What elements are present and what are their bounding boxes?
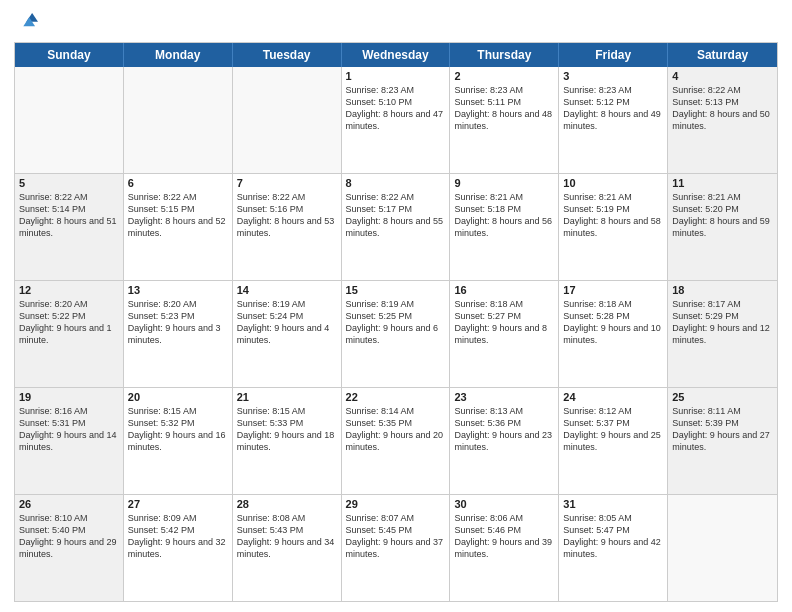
day-number: 5 <box>19 177 119 189</box>
day-number: 26 <box>19 498 119 510</box>
day-number: 24 <box>563 391 663 403</box>
day-number: 22 <box>346 391 446 403</box>
day-number: 27 <box>128 498 228 510</box>
calendar-cell: 23Sunrise: 8:13 AM Sunset: 5:36 PM Dayli… <box>450 388 559 494</box>
cell-text: Sunrise: 8:13 AM Sunset: 5:36 PM Dayligh… <box>454 405 554 454</box>
cell-text: Sunrise: 8:23 AM Sunset: 5:10 PM Dayligh… <box>346 84 446 133</box>
calendar-cell: 4Sunrise: 8:22 AM Sunset: 5:13 PM Daylig… <box>668 67 777 173</box>
calendar-cell: 5Sunrise: 8:22 AM Sunset: 5:14 PM Daylig… <box>15 174 124 280</box>
calendar-cell: 25Sunrise: 8:11 AM Sunset: 5:39 PM Dayli… <box>668 388 777 494</box>
calendar-cell: 10Sunrise: 8:21 AM Sunset: 5:19 PM Dayli… <box>559 174 668 280</box>
cell-text: Sunrise: 8:15 AM Sunset: 5:32 PM Dayligh… <box>128 405 228 454</box>
day-number: 31 <box>563 498 663 510</box>
cell-text: Sunrise: 8:16 AM Sunset: 5:31 PM Dayligh… <box>19 405 119 454</box>
cell-text: Sunrise: 8:23 AM Sunset: 5:12 PM Dayligh… <box>563 84 663 133</box>
calendar-cell: 28Sunrise: 8:08 AM Sunset: 5:43 PM Dayli… <box>233 495 342 601</box>
day-number: 20 <box>128 391 228 403</box>
cell-text: Sunrise: 8:09 AM Sunset: 5:42 PM Dayligh… <box>128 512 228 561</box>
calendar-cell: 31Sunrise: 8:05 AM Sunset: 5:47 PM Dayli… <box>559 495 668 601</box>
day-number: 23 <box>454 391 554 403</box>
cell-text: Sunrise: 8:23 AM Sunset: 5:11 PM Dayligh… <box>454 84 554 133</box>
calendar-cell: 29Sunrise: 8:07 AM Sunset: 5:45 PM Dayli… <box>342 495 451 601</box>
day-number: 10 <box>563 177 663 189</box>
cell-text: Sunrise: 8:19 AM Sunset: 5:25 PM Dayligh… <box>346 298 446 347</box>
calendar: SundayMondayTuesdayWednesdayThursdayFrid… <box>14 42 778 602</box>
calendar-cell: 20Sunrise: 8:15 AM Sunset: 5:32 PM Dayli… <box>124 388 233 494</box>
calendar-body: 1Sunrise: 8:23 AM Sunset: 5:10 PM Daylig… <box>15 67 777 601</box>
cell-text: Sunrise: 8:21 AM Sunset: 5:18 PM Dayligh… <box>454 191 554 240</box>
calendar-cell <box>668 495 777 601</box>
calendar-row: 19Sunrise: 8:16 AM Sunset: 5:31 PM Dayli… <box>15 387 777 494</box>
calendar-cell: 9Sunrise: 8:21 AM Sunset: 5:18 PM Daylig… <box>450 174 559 280</box>
cell-text: Sunrise: 8:18 AM Sunset: 5:28 PM Dayligh… <box>563 298 663 347</box>
day-number: 13 <box>128 284 228 296</box>
cell-text: Sunrise: 8:21 AM Sunset: 5:19 PM Dayligh… <box>563 191 663 240</box>
calendar-cell: 17Sunrise: 8:18 AM Sunset: 5:28 PM Dayli… <box>559 281 668 387</box>
weekday-header: Sunday <box>15 43 124 67</box>
cell-text: Sunrise: 8:10 AM Sunset: 5:40 PM Dayligh… <box>19 512 119 561</box>
cell-text: Sunrise: 8:11 AM Sunset: 5:39 PM Dayligh… <box>672 405 773 454</box>
day-number: 28 <box>237 498 337 510</box>
cell-text: Sunrise: 8:15 AM Sunset: 5:33 PM Dayligh… <box>237 405 337 454</box>
cell-text: Sunrise: 8:14 AM Sunset: 5:35 PM Dayligh… <box>346 405 446 454</box>
day-number: 11 <box>672 177 773 189</box>
calendar-cell <box>15 67 124 173</box>
cell-text: Sunrise: 8:22 AM Sunset: 5:13 PM Dayligh… <box>672 84 773 133</box>
cell-text: Sunrise: 8:22 AM Sunset: 5:17 PM Dayligh… <box>346 191 446 240</box>
weekday-header: Friday <box>559 43 668 67</box>
calendar-cell <box>233 67 342 173</box>
day-number: 18 <box>672 284 773 296</box>
header <box>14 10 778 36</box>
calendar-row: 5Sunrise: 8:22 AM Sunset: 5:14 PM Daylig… <box>15 173 777 280</box>
calendar-cell: 26Sunrise: 8:10 AM Sunset: 5:40 PM Dayli… <box>15 495 124 601</box>
calendar-cell: 8Sunrise: 8:22 AM Sunset: 5:17 PM Daylig… <box>342 174 451 280</box>
cell-text: Sunrise: 8:19 AM Sunset: 5:24 PM Dayligh… <box>237 298 337 347</box>
calendar-cell: 22Sunrise: 8:14 AM Sunset: 5:35 PM Dayli… <box>342 388 451 494</box>
calendar-cell: 15Sunrise: 8:19 AM Sunset: 5:25 PM Dayli… <box>342 281 451 387</box>
day-number: 25 <box>672 391 773 403</box>
day-number: 2 <box>454 70 554 82</box>
calendar-cell: 18Sunrise: 8:17 AM Sunset: 5:29 PM Dayli… <box>668 281 777 387</box>
calendar-cell: 14Sunrise: 8:19 AM Sunset: 5:24 PM Dayli… <box>233 281 342 387</box>
weekday-header: Wednesday <box>342 43 451 67</box>
cell-text: Sunrise: 8:08 AM Sunset: 5:43 PM Dayligh… <box>237 512 337 561</box>
cell-text: Sunrise: 8:21 AM Sunset: 5:20 PM Dayligh… <box>672 191 773 240</box>
weekday-header: Thursday <box>450 43 559 67</box>
calendar-cell: 16Sunrise: 8:18 AM Sunset: 5:27 PM Dayli… <box>450 281 559 387</box>
calendar-cell <box>124 67 233 173</box>
calendar-cell: 13Sunrise: 8:20 AM Sunset: 5:23 PM Dayli… <box>124 281 233 387</box>
calendar-cell: 11Sunrise: 8:21 AM Sunset: 5:20 PM Dayli… <box>668 174 777 280</box>
calendar-row: 1Sunrise: 8:23 AM Sunset: 5:10 PM Daylig… <box>15 67 777 173</box>
day-number: 29 <box>346 498 446 510</box>
cell-text: Sunrise: 8:18 AM Sunset: 5:27 PM Dayligh… <box>454 298 554 347</box>
calendar-cell: 24Sunrise: 8:12 AM Sunset: 5:37 PM Dayli… <box>559 388 668 494</box>
day-number: 3 <box>563 70 663 82</box>
weekday-header: Tuesday <box>233 43 342 67</box>
day-number: 16 <box>454 284 554 296</box>
cell-text: Sunrise: 8:20 AM Sunset: 5:22 PM Dayligh… <box>19 298 119 347</box>
calendar-header: SundayMondayTuesdayWednesdayThursdayFrid… <box>15 43 777 67</box>
calendar-cell: 27Sunrise: 8:09 AM Sunset: 5:42 PM Dayli… <box>124 495 233 601</box>
calendar-cell: 7Sunrise: 8:22 AM Sunset: 5:16 PM Daylig… <box>233 174 342 280</box>
day-number: 21 <box>237 391 337 403</box>
calendar-cell: 3Sunrise: 8:23 AM Sunset: 5:12 PM Daylig… <box>559 67 668 173</box>
day-number: 19 <box>19 391 119 403</box>
cell-text: Sunrise: 8:20 AM Sunset: 5:23 PM Dayligh… <box>128 298 228 347</box>
page: SundayMondayTuesdayWednesdayThursdayFrid… <box>0 0 792 612</box>
calendar-row: 12Sunrise: 8:20 AM Sunset: 5:22 PM Dayli… <box>15 280 777 387</box>
day-number: 30 <box>454 498 554 510</box>
weekday-header: Saturday <box>668 43 777 67</box>
calendar-cell: 12Sunrise: 8:20 AM Sunset: 5:22 PM Dayli… <box>15 281 124 387</box>
day-number: 6 <box>128 177 228 189</box>
cell-text: Sunrise: 8:06 AM Sunset: 5:46 PM Dayligh… <box>454 512 554 561</box>
cell-text: Sunrise: 8:22 AM Sunset: 5:16 PM Dayligh… <box>237 191 337 240</box>
logo <box>14 10 40 36</box>
day-number: 17 <box>563 284 663 296</box>
calendar-cell: 30Sunrise: 8:06 AM Sunset: 5:46 PM Dayli… <box>450 495 559 601</box>
day-number: 15 <box>346 284 446 296</box>
calendar-cell: 19Sunrise: 8:16 AM Sunset: 5:31 PM Dayli… <box>15 388 124 494</box>
day-number: 1 <box>346 70 446 82</box>
logo-icon <box>16 10 38 32</box>
cell-text: Sunrise: 8:07 AM Sunset: 5:45 PM Dayligh… <box>346 512 446 561</box>
cell-text: Sunrise: 8:22 AM Sunset: 5:15 PM Dayligh… <box>128 191 228 240</box>
